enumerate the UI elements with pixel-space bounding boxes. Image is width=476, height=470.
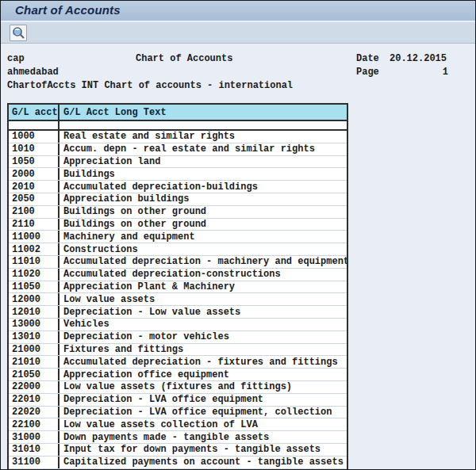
report-program: cap <box>7 53 25 64</box>
cell-acct: 31000 <box>9 431 60 443</box>
table-row[interactable]: 11010 Accumulated depreciation - machine… <box>9 256 347 269</box>
page-value: 1 <box>413 67 448 78</box>
cell-text: Appreciation buildings <box>60 193 347 205</box>
cell-text: Accumulated depreciation-buildings <box>60 181 347 193</box>
titlebar: Chart of Accounts <box>1 1 475 22</box>
table-row[interactable]: 1050 Appreciation land <box>9 156 347 169</box>
cell-text: Buildings on other ground <box>60 206 347 218</box>
cell-acct: 2000 <box>9 168 60 180</box>
toolbar <box>1 22 475 44</box>
cell-acct: 31010 <box>9 444 60 456</box>
report-location: ahmedabad <box>7 67 59 78</box>
table-row[interactable]: 22020 Depreciation - LVA office equipmen… <box>9 407 347 419</box>
cell-text: Real estate and similar rights <box>60 131 347 143</box>
cell-text: Fixtures and fittings <box>60 344 347 356</box>
cell-text: Appreciation Plant & Machinery <box>60 281 347 293</box>
table-row[interactable]: 11050 Appreciation Plant & Machinery <box>9 281 347 294</box>
cell-acct: 2110 <box>9 219 60 231</box>
cell-text: Low value assets collection of LVA <box>60 418 347 430</box>
table-row[interactable]: 2010 Accumulated depreciation-buildings <box>9 181 347 193</box>
cell-acct: 2050 <box>9 193 60 205</box>
cell-text: Accumulated depreciation-constructions <box>60 269 347 281</box>
table-row[interactable]: 2050 Appreciation buildings <box>9 193 347 206</box>
window: Chart of Accounts cap Chart of Accounts … <box>0 0 476 470</box>
table-row[interactable]: 22100 Low value assets collection of LVA <box>9 418 347 431</box>
table-row[interactable]: 21050 Appreciation office equipment <box>9 369 347 381</box>
cell-acct: 1010 <box>9 143 60 155</box>
column-header-acct: G/L acct <box>9 105 60 120</box>
report-title: Chart of Accounts <box>136 53 232 64</box>
cell-text: Appreciation office equipment <box>60 369 347 380</box>
cell-acct: 1050 <box>9 156 60 168</box>
cell-acct: 1000 <box>9 131 60 143</box>
cell-acct: 2010 <box>9 181 60 193</box>
table-row[interactable]: 22010 Depreciation - LVA office equipmen… <box>9 394 347 407</box>
cell-text: Capitalized payments on account - tangib… <box>60 457 347 468</box>
cell-text: Machinery and equipment <box>60 231 347 243</box>
cell-text: Constructions <box>60 243 347 255</box>
cell-text: Appreciation land <box>60 156 347 168</box>
cell-text: Accum. depn - real estate and similar ri… <box>60 143 347 155</box>
cell-text: Buildings <box>60 168 347 180</box>
cell-acct: 21000 <box>9 344 60 356</box>
table-row[interactable]: 11002 Constructions <box>9 243 347 256</box>
table-row[interactable]: 2000 Buildings <box>9 168 347 181</box>
find-magnifier-icon <box>12 26 25 40</box>
date-label: Date <box>356 53 379 64</box>
cell-acct: 12010 <box>9 306 60 318</box>
cell-text: Accumulated depreciation - machinery and… <box>60 256 347 268</box>
cell-acct: 11000 <box>9 231 60 243</box>
cell-acct: 21050 <box>9 369 60 380</box>
table-row[interactable]: 1010 Accum. depn - real estate and simil… <box>9 143 347 156</box>
column-header-longtext: G/L Acct Long Text <box>60 105 347 120</box>
table-row[interactable]: 11000 Machinery and equipment <box>9 231 347 243</box>
report-subtitle: ChartofAccts INT Chart of accounts - int… <box>7 80 293 91</box>
report-area: cap Chart of Accounts Date 20.12.2015 ah… <box>1 44 475 469</box>
table-header-gap <box>7 121 348 129</box>
table-row[interactable]: 31000 Down payments made - tangible asse… <box>9 431 347 444</box>
table-header-row: G/L acct G/L Acct Long Text <box>7 103 348 121</box>
table-row[interactable]: 21010 Accumulated depreciation - fixture… <box>9 356 347 369</box>
cell-acct: 31100 <box>9 457 60 468</box>
table-row[interactable]: 31100 Capitalized payments on account - … <box>9 457 347 469</box>
cell-acct: 11010 <box>9 256 60 268</box>
cell-text: Buildings on other ground <box>60 219 347 231</box>
cell-text: Low value assets <box>60 293 347 305</box>
cell-text: Depreciation - Low value assets <box>60 306 347 318</box>
cell-acct: 22000 <box>9 381 60 393</box>
cell-text: Input tax for down payments - tangible a… <box>60 444 347 456</box>
find-button[interactable] <box>10 25 27 41</box>
cell-acct: 2100 <box>9 206 60 218</box>
page-title: Chart of Accounts <box>15 3 121 17</box>
cell-text: Down payments made - tangible assets <box>60 431 347 443</box>
cell-text: Accumulated depreciation - fixtures and … <box>60 356 347 368</box>
table-row[interactable]: 22000 Low value assets (fixtures and fit… <box>9 381 347 394</box>
cell-acct: 11050 <box>9 281 60 293</box>
table-row[interactable]: 21000 Fixtures and fittings <box>9 344 347 357</box>
cell-acct: 22100 <box>9 418 60 430</box>
table-row[interactable]: 2100 Buildings on other ground <box>9 206 347 219</box>
cell-text: Depreciation - LVA office equipment, col… <box>60 407 347 418</box>
cell-text: Vehicles <box>60 319 347 331</box>
column-divider <box>58 121 60 129</box>
table-row[interactable]: 12000 Low value assets <box>9 293 347 306</box>
table-row[interactable]: 13000 Vehicles <box>9 319 347 331</box>
page-label: Page <box>356 67 379 78</box>
accounts-table: G/L acct G/L Acct Long Text 1000 Real es… <box>7 103 348 469</box>
cell-acct: 22010 <box>9 394 60 406</box>
table-row[interactable]: 31010 Input tax for down payments - tang… <box>9 444 347 457</box>
cell-acct: 13010 <box>9 331 60 343</box>
cell-acct: 12000 <box>9 293 60 305</box>
cell-acct: 21010 <box>9 356 60 368</box>
cell-acct: 11020 <box>9 269 60 281</box>
table-row[interactable]: 12010 Depreciation - Low value assets <box>9 306 347 319</box>
cell-acct: 13000 <box>9 319 60 331</box>
table-row[interactable]: 13010 Depreciation - motor vehicles <box>9 331 347 344</box>
table-row[interactable]: 1000 Real estate and similar rights <box>9 131 347 143</box>
cell-text: Depreciation - motor vehicles <box>60 331 347 343</box>
table-row[interactable]: 2110 Buildings on other ground <box>9 219 347 231</box>
table-body: 1000 Real estate and similar rights 1010… <box>7 129 348 469</box>
table-row[interactable]: 11020 Accumulated depreciation-construct… <box>9 269 347 281</box>
cell-text: Depreciation - LVA office equipment <box>60 394 347 406</box>
cell-text: Low value assets (fixtures and fittings) <box>60 381 347 393</box>
